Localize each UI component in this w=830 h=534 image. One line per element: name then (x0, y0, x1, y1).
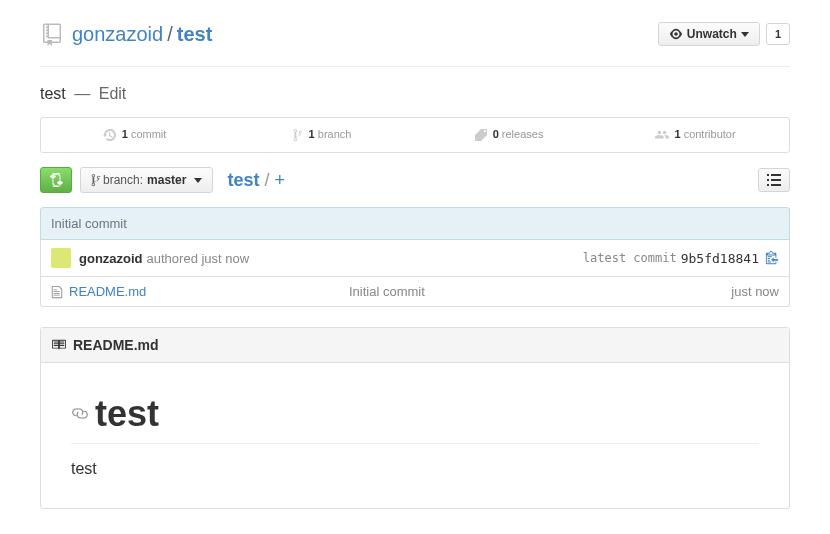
edit-link[interactable]: Edit (99, 85, 127, 102)
unwatch-label: Unwatch (687, 27, 737, 41)
commit-tease: Initial commit (40, 207, 790, 240)
releases-label: releases (502, 128, 544, 140)
commit-author[interactable]: gonzazoid (79, 251, 143, 266)
releases-stat[interactable]: 0 releases (415, 118, 602, 152)
branch-name: master (147, 173, 186, 187)
compare-button[interactable] (40, 167, 72, 193)
anchor-icon[interactable] (71, 405, 89, 423)
commits-label: commit (131, 128, 166, 140)
branch-icon (292, 128, 304, 142)
readme-paragraph: test (71, 460, 759, 478)
people-icon (655, 128, 669, 142)
readme-header: README.md (41, 328, 789, 363)
commits-stat[interactable]: 1 commit (41, 118, 228, 152)
branches-count: 1 (309, 128, 315, 140)
breadcrumb-sep: / (264, 170, 269, 190)
commits-count: 1 (122, 128, 128, 140)
contributors-stat[interactable]: 1 contributor (602, 118, 789, 152)
options-button[interactable] (758, 168, 790, 192)
file-list: README.md Initial commit just now (40, 277, 790, 307)
repo-icon (40, 20, 64, 48)
caret-down-icon (194, 178, 202, 183)
releases-count: 0 (493, 128, 499, 140)
description-text: test (40, 85, 66, 102)
branch-select[interactable]: branch: master (80, 167, 213, 193)
unwatch-button[interactable]: Unwatch (658, 22, 760, 46)
file-icon (51, 285, 63, 299)
separator: / (167, 23, 173, 46)
tag-icon (474, 128, 488, 142)
readme-box: README.md test test (40, 327, 790, 509)
file-name[interactable]: README.md (69, 284, 349, 299)
dash: — (74, 85, 90, 102)
watch-count[interactable]: 1 (766, 23, 790, 45)
breadcrumb-new[interactable]: + (274, 170, 285, 190)
file-nav: branch: master test / + (40, 167, 790, 193)
owner-link[interactable]: gonzazoid (72, 23, 163, 46)
repo-title: gonzazoid / test (40, 20, 212, 48)
contributors-label: contributor (684, 128, 736, 140)
list-icon (767, 174, 781, 186)
repo-description: test — Edit (40, 67, 790, 117)
history-icon (103, 128, 117, 142)
repo-link[interactable]: test (177, 23, 213, 46)
breadcrumb: test / + (227, 170, 285, 191)
readme-h1-text: test (95, 393, 159, 435)
caret-down-icon (741, 32, 749, 37)
page-head: gonzazoid / test Unwatch 1 (40, 0, 790, 67)
contributors-count: 1 (674, 128, 680, 140)
commit-authored: authored just now (147, 251, 250, 266)
pagehead-actions: Unwatch 1 (658, 22, 790, 46)
stats-bar: 1 commit 1 branch 0 releases 1 contribut… (40, 117, 790, 153)
commit-sha[interactable]: 9b5fd18841 (681, 251, 759, 266)
eye-icon (669, 27, 683, 41)
branch-prefix: branch: (103, 173, 143, 187)
branches-label: branch (318, 128, 352, 140)
file-row: README.md Initial commit just now (41, 277, 789, 306)
file-commit-message[interactable]: Initial commit (349, 284, 731, 299)
readme-h1: test (71, 393, 759, 444)
branch-icon (91, 173, 101, 187)
readme-filename: README.md (73, 337, 159, 353)
readme-body: test test (41, 363, 789, 508)
branches-stat[interactable]: 1 branch (228, 118, 415, 152)
latest-commit-label: latest commit (583, 251, 677, 265)
compare-icon (49, 173, 63, 187)
clipboard-icon[interactable] (765, 251, 779, 265)
avatar (51, 248, 71, 268)
breadcrumb-root[interactable]: test (227, 170, 259, 190)
file-time: just now (731, 284, 779, 299)
commit-bar: gonzazoid authored just now latest commi… (40, 240, 790, 277)
book-icon (51, 338, 67, 352)
